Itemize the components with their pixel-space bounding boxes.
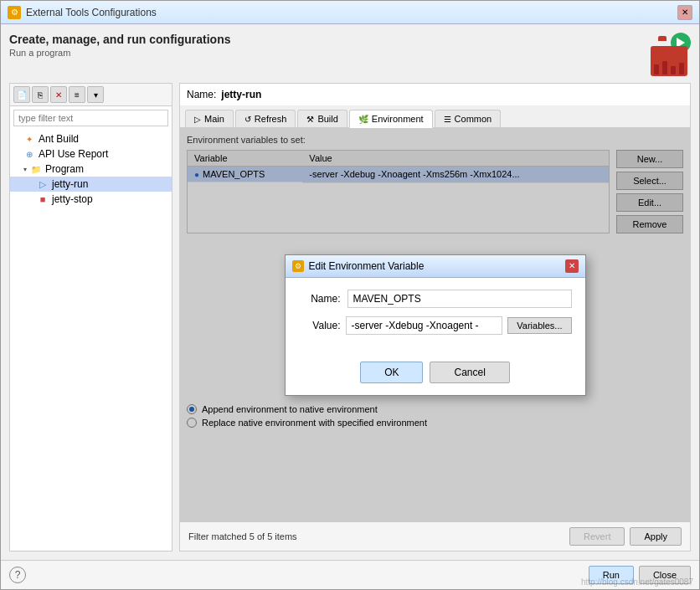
variables-button[interactable]: Variables... xyxy=(507,317,571,334)
expand-arrow-icon: ▾ xyxy=(23,166,27,173)
common-tab-icon: ☰ xyxy=(444,115,451,124)
tab-main-label: Main xyxy=(204,114,224,124)
ant-icon: ✦ xyxy=(23,133,35,145)
filter-input[interactable] xyxy=(13,110,168,126)
revert-button[interactable]: Revert xyxy=(569,527,625,546)
edit-env-modal: ⚙ Edit Environment Variable ✕ Name: xyxy=(285,254,586,396)
modal-name-label: Name: xyxy=(299,293,341,305)
api-report-label: API Use Report xyxy=(39,148,108,160)
name-label: Name: xyxy=(187,89,216,100)
sidebar: 📄 ⎘ ✕ ≡ ▾ ✦ Ant Build ⊕ API Use Report xyxy=(9,83,172,552)
collapse-all-button[interactable]: ≡ xyxy=(69,86,85,103)
api-icon: ⊕ xyxy=(23,148,35,160)
tabs: ▷ Main ↺ Refresh ⚒ Build 🌿 Environment xyxy=(180,106,690,128)
refresh-tab-icon: ↺ xyxy=(244,115,251,124)
build-tab-icon: ⚒ xyxy=(306,115,314,124)
modal-cancel-button[interactable]: Cancel xyxy=(430,362,509,383)
bottom-bar: Filter matched 5 of 5 items Revert Apply xyxy=(180,521,690,551)
config-panel: Name: jetty-run ▷ Main ↺ Refresh ⚒ xyxy=(179,83,691,552)
modal-name-input[interactable] xyxy=(347,290,572,308)
tab-environment[interactable]: 🌿 Environment xyxy=(349,110,433,128)
sidebar-item-jetty-stop[interactable]: ■ jetty-stop xyxy=(10,192,172,207)
modal-icon: ⚙ xyxy=(292,260,304,272)
title-bar: ⚙ External Tools Configurations ✕ xyxy=(1,1,699,24)
body-panel: 📄 ⎘ ✕ ≡ ▾ ✦ Ant Build ⊕ API Use Report xyxy=(9,83,691,552)
tree-area: ✦ Ant Build ⊕ API Use Report ▾ 📁 Program… xyxy=(10,130,172,551)
modal-overlay: ⚙ Edit Environment Variable ✕ Name: xyxy=(180,128,690,521)
tab-environment-label: Environment xyxy=(372,114,424,124)
folder-icon: 📁 xyxy=(30,163,42,175)
modal-title-left: ⚙ Edit Environment Variable xyxy=(292,260,425,272)
ant-build-label: Ant Build xyxy=(39,133,79,145)
main-content: Create, manage, and run configurations R… xyxy=(1,24,699,560)
window-controls: ✕ xyxy=(677,5,692,20)
toolbox-handle xyxy=(658,36,667,41)
config-content: Environment variables to set: Variable V… xyxy=(180,128,690,521)
sidebar-item-jetty-run[interactable]: ▷ jetty-run xyxy=(10,177,172,192)
modal-footer: OK Cancel xyxy=(286,355,585,395)
close-icon[interactable]: ✕ xyxy=(677,5,692,20)
modal-ok-button[interactable]: OK xyxy=(360,362,423,383)
name-row: Name: jetty-run xyxy=(180,84,690,106)
tab-main[interactable]: ▷ Main xyxy=(185,110,234,127)
tab-common[interactable]: ☰ Common xyxy=(435,110,502,127)
header-text: Create, manage, and run configurations R… xyxy=(9,33,231,58)
filter-status: Filter matched 5 of 5 items xyxy=(188,531,297,541)
page-subtitle: Run a program xyxy=(9,48,231,58)
watermark: http://blog.csdn.net/gates0087 xyxy=(581,577,693,587)
tab-refresh[interactable]: ↺ Refresh xyxy=(235,110,296,127)
sidebar-item-program[interactable]: ▾ 📁 Program xyxy=(10,162,172,177)
delete-config-button[interactable]: ✕ xyxy=(50,86,67,103)
modal-title-bar: ⚙ Edit Environment Variable ✕ xyxy=(286,255,585,278)
modal-body: Name: Value: Variables... xyxy=(286,278,585,355)
main-window: ⚙ External Tools Configurations ✕ Create… xyxy=(0,0,700,590)
env-tab-icon: 🌿 xyxy=(358,115,368,124)
app-icon: ⚙ xyxy=(8,6,21,19)
sidebar-item-api-report[interactable]: ⊕ API Use Report xyxy=(10,146,172,162)
program-label: Program xyxy=(45,163,84,175)
jetty-run-label: jetty-run xyxy=(52,178,88,190)
tab-build-label: Build xyxy=(317,114,337,124)
main-tab-icon: ▷ xyxy=(194,115,201,124)
new-config-button[interactable]: 📄 xyxy=(13,86,30,103)
stop-icon: ■ xyxy=(37,193,49,205)
header-section: Create, manage, and run configurations R… xyxy=(9,33,691,76)
run-icon: ▷ xyxy=(37,178,49,190)
modal-title: Edit Environment Variable xyxy=(309,260,425,272)
sidebar-item-ant-build[interactable]: ✦ Ant Build xyxy=(10,131,172,146)
modal-value-row: Value: Variables... xyxy=(299,316,572,335)
copy-config-button[interactable]: ⎘ xyxy=(32,86,49,103)
title-bar-left: ⚙ External Tools Configurations xyxy=(8,6,157,19)
toolbox-body xyxy=(651,46,687,76)
modal-value-input[interactable] xyxy=(346,316,503,335)
tab-refresh-label: Refresh xyxy=(255,114,287,124)
help-icon[interactable]: ? xyxy=(9,567,26,583)
expand-button[interactable]: ▾ xyxy=(87,86,104,103)
modal-value-label: Value: xyxy=(299,320,341,331)
window-title: External Tools Configurations xyxy=(26,7,157,18)
tab-common-label: Common xyxy=(455,114,492,124)
modal-close-button[interactable]: ✕ xyxy=(565,259,579,273)
sidebar-toolbar: 📄 ⎘ ✕ ≡ ▾ xyxy=(10,84,172,106)
run-program-icon xyxy=(647,33,691,76)
page-title: Create, manage, and run configurations xyxy=(9,33,231,46)
bottom-buttons: Revert Apply xyxy=(569,527,682,546)
apply-button[interactable]: Apply xyxy=(630,527,682,546)
jetty-stop-label: jetty-stop xyxy=(52,193,93,205)
modal-name-field: Name: xyxy=(299,290,572,308)
name-value: jetty-run xyxy=(221,89,261,100)
tab-build[interactable]: ⚒ Build xyxy=(297,110,347,127)
